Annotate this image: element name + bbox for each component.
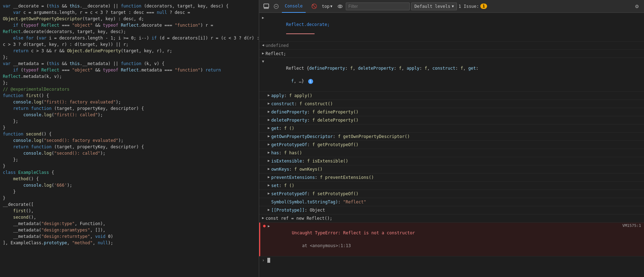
devtools-panel: Console 🚫 top ▼ Default levels ▼ 1 Issue… xyxy=(259,0,644,277)
console-row-isextensible[interactable]: ▶ isExtensible: f isExtensible() xyxy=(259,157,644,165)
code-line-9: }; xyxy=(0,54,259,60)
console-row-defineproperty[interactable]: ▶ defineProperty: f defineProperty() xyxy=(259,108,644,116)
console-row-ownkeys[interactable]: ▶ ownKeys: f ownKeys() xyxy=(259,165,644,174)
expand-arrow-construct: ▶ xyxy=(268,101,270,105)
top-selector[interactable]: top ▼ xyxy=(320,2,335,11)
code-line-14: // @experimentalDecorators xyxy=(0,86,259,92)
prompt-arrow: › xyxy=(262,258,264,263)
reflect-decorate-link[interactable]: Reflect.decorate; xyxy=(286,22,330,27)
code-line-20: } xyxy=(0,124,259,131)
code-line-2: var c = arguments.length, r = c < 3 ? ta… xyxy=(0,9,259,16)
expand-arrow-setprototypeof: ▶ xyxy=(268,191,270,195)
expand-arrow-error: ▶ xyxy=(268,224,270,228)
code-line-35: __metadata("design:type", Function), xyxy=(0,220,259,227)
expand-arrow-isextensible: ▶ xyxy=(268,159,270,163)
code-line-24: console.log("second(): called"); xyxy=(0,150,259,156)
code-line-21: function second() { xyxy=(0,131,259,137)
code-line-31: } xyxy=(0,195,259,201)
expand-arrow-has: ▶ xyxy=(268,150,270,154)
code-line-28: method() { xyxy=(0,176,259,182)
code-line-16: console.log("first(): factory evaluated"… xyxy=(0,99,259,105)
code-editor: var __decorate = (this && this.__decorat… xyxy=(0,0,259,277)
code-line-34: second(), xyxy=(0,214,259,220)
default-levels-dropdown[interactable]: Default levels ▼ xyxy=(411,2,457,10)
error-stack: at <anonymous>:1:13 xyxy=(292,243,351,248)
code-line-22: console.log("second(): factory evaluated… xyxy=(0,137,259,144)
code-line-1: var __decorate = (this && this.__decorat… xyxy=(0,3,259,9)
console-row-apply[interactable]: ▶ apply: f apply() xyxy=(259,92,644,100)
expand-arrow-deleteproperty: ▶ xyxy=(268,118,270,122)
code-line-36: __metadata("design:paramtypes", []), xyxy=(0,227,259,233)
code-line-10: var __metadata = (this && this.__metadat… xyxy=(0,60,259,67)
console-row-prototype[interactable]: ▶ [[Prototype]]: Object xyxy=(259,206,644,214)
code-line-37: __metadata("design:returntype", void 0) xyxy=(0,233,259,240)
console-row-set[interactable]: ▶ set: f () xyxy=(259,182,644,190)
console-tab[interactable]: Console xyxy=(282,0,306,13)
code-line-17: return function (target, propertyKey, de… xyxy=(0,105,259,112)
code-line-23: return function (target, propertyKey, de… xyxy=(0,144,259,150)
console-row-deleteproperty[interactable]: ▶ deleteProperty: f deleteProperty() xyxy=(259,116,644,124)
expand-arrow-getprototypeof: ▶ xyxy=(268,142,270,146)
levels-chevron: ▼ xyxy=(452,4,454,8)
code-line-4: if (typeof Reflect === "object" && typeo… xyxy=(0,22,259,28)
arrow-left: ◀ xyxy=(262,43,264,47)
code-line-26: } xyxy=(0,163,259,169)
devtools-close-icon[interactable] xyxy=(272,2,280,11)
top-chevron: ▼ xyxy=(330,4,332,8)
console-row-error[interactable]: ● ▶ Uncaught TypeError: Reflect is not a… xyxy=(259,223,644,256)
console-row-has[interactable]: ▶ has: f has() xyxy=(259,149,644,157)
console-row-tostringtag[interactable]: ▶ Symbol(Symbol.toStringTag): "Reflect" xyxy=(259,198,644,206)
expand-arrow: ▶ xyxy=(262,16,264,20)
code-line-32: __decorate([ xyxy=(0,201,259,208)
devtools-header: Console 🚫 top ▼ Default levels ▼ 1 Issue… xyxy=(259,0,644,13)
code-line-15: function first() { xyxy=(0,92,259,99)
svg-rect-1 xyxy=(264,7,269,9)
console-row-undefined[interactable]: ◀ undefined xyxy=(259,42,644,50)
devtools-dock-icon[interactable] xyxy=(262,2,271,11)
console-row-construct[interactable]: ▶ construct: f construct() xyxy=(259,100,644,108)
code-line-29: console.log('666'); xyxy=(0,182,259,188)
console-prompt: › xyxy=(259,256,644,264)
code-line-38: ], ExampleClass.prototype, "method", nul… xyxy=(0,240,259,246)
console-output: ▶ Reflect.decorate; ◀ undefined ▶ Reflec… xyxy=(259,13,644,277)
issues-label: 1 Issue: xyxy=(458,4,479,9)
console-row-getprototypeof[interactable]: ▶ getPrototypeOf: f getPrototypeOf() xyxy=(259,141,644,149)
code-line-5: Reflect.decorate(decorators, target, key… xyxy=(0,28,259,35)
info-badge: i xyxy=(308,79,313,84)
console-row-new-reflect[interactable]: ▶ const ref = new Reflect(); xyxy=(259,214,644,223)
console-row-get[interactable]: ▶ get: f () xyxy=(259,124,644,133)
console-row-reflect[interactable]: ▶ Reflect; xyxy=(259,50,644,58)
svg-rect-0 xyxy=(264,4,269,7)
code-line-3: Object.getOwnPropertyDescriptor(target, … xyxy=(0,16,259,22)
console-row-setprototypeof[interactable]: ▶ setPrototypeOf: f setPrototypeOf() xyxy=(259,190,644,198)
expand-arrow-reflect-obj: ▼ xyxy=(262,59,264,63)
issues-badge[interactable]: 1 xyxy=(480,4,487,9)
expand-arrow-ownkeys: ▶ xyxy=(268,167,270,171)
code-line-30: } xyxy=(0,188,259,195)
svg-point-5 xyxy=(339,6,341,7)
eye-icon[interactable] xyxy=(336,2,344,11)
code-line-27: class ExampleClass { xyxy=(0,169,259,176)
filter-input[interactable] xyxy=(346,2,410,10)
expand-arrow-tostringtag: ▶ xyxy=(268,199,270,203)
expand-arrow-preventextensions: ▶ xyxy=(268,175,270,179)
code-line-25: }; xyxy=(0,156,259,163)
console-row-getownpropdesc[interactable]: ▶ getOwnPropertyDescriptor: f getOwnProp… xyxy=(259,133,644,141)
expand-arrow-getownpropdesc: ▶ xyxy=(268,134,270,138)
code-line-33: first(), xyxy=(0,208,259,214)
console-row-reflect-decorate[interactable]: ▶ Reflect.decorate; xyxy=(259,14,644,42)
code-line-7: c > 3 ? d(target, key, r) : d(target, ke… xyxy=(0,41,259,48)
top-label: top xyxy=(322,4,330,9)
code-line-18: console.log("first(): called"); xyxy=(0,112,259,118)
console-row-reflect-obj[interactable]: ▼ Reflect {defineProperty: f, deleteProp… xyxy=(259,58,644,92)
console-row-preventextensions[interactable]: ▶ preventExtensions: f preventExtensions… xyxy=(259,174,644,182)
clear-console-icon[interactable]: 🚫 xyxy=(310,2,318,11)
settings-icon[interactable]: ⚙ xyxy=(633,2,641,11)
vm-link[interactable]: VM1575:1 xyxy=(622,223,641,228)
prompt-cursor[interactable] xyxy=(267,258,270,263)
code-line-11: if (typeof Reflect === "object" && typeo… xyxy=(0,67,259,73)
expand-arrow-apply: ▶ xyxy=(268,93,270,97)
code-line-8: return c > 3 && r && Object.defineProper… xyxy=(0,48,259,54)
svg-point-4 xyxy=(338,5,342,8)
code-line-13: }; xyxy=(0,80,259,86)
